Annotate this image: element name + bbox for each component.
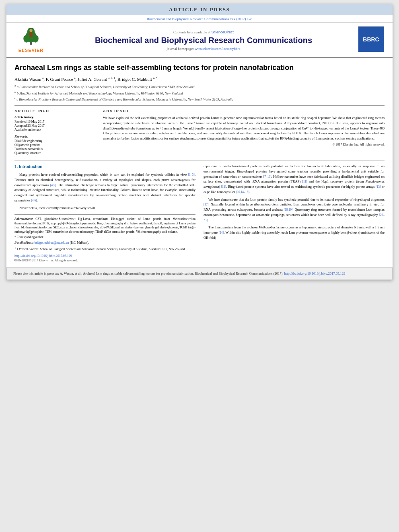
bbrc-logo: BBRC bbox=[358, 26, 384, 52]
issn-line: 0006-291X/© 2017 Elsevier Inc. All right… bbox=[14, 259, 195, 263]
journal-title-area: Contents lists available at ScienceDirec… bbox=[49, 30, 358, 51]
affil-b: b b MacDiarmid Institute for Advanced Ma… bbox=[14, 90, 385, 96]
svg-point-5 bbox=[29, 29, 33, 32]
received-date: Received 16 May 2017 bbox=[14, 120, 95, 123]
article-content: Archaeal Lsm rings as stable self-assemb… bbox=[6, 58, 393, 267]
journal-homepage-link[interactable]: www.elsevier.com/locate/ybbrc bbox=[195, 47, 240, 51]
available-date: Available online xxx bbox=[14, 128, 95, 131]
separator bbox=[14, 105, 385, 106]
elsevier-logo-area: ELSEVIER bbox=[13, 28, 49, 53]
journal-full-title: Biochemical and Biophysical Research Com… bbox=[53, 36, 354, 45]
author-mabbutt: Bridget C. Mabbutt bbox=[117, 77, 152, 82]
journal-header: ELSEVIER Contents lists available at Sci… bbox=[6, 23, 393, 58]
citation-doi-link[interactable]: http://dx.doi.org/10.1016/j.bbrc.2017.05… bbox=[284, 271, 346, 275]
abstract-body: We have exploited the self-assembling pr… bbox=[103, 115, 385, 141]
author-wason: Akshita Wason bbox=[14, 77, 41, 82]
present-address-note: 1 1 Present Address: School of Biologica… bbox=[14, 246, 195, 251]
article-history: Article history: Received 16 May 2017 Ac… bbox=[14, 115, 95, 131]
accepted-date: Accepted 23 May 2017 bbox=[14, 124, 95, 127]
body-left-col: 1. Introduction Many proteins have evolv… bbox=[14, 164, 195, 263]
info-abstract-section: ARTICLE INFO Article history: Received 1… bbox=[14, 109, 385, 155]
svg-point-2 bbox=[23, 35, 29, 42]
abstract-heading: ABSTRACT bbox=[103, 109, 385, 113]
keywords-block: Keywords: Disulfide engineering Oligomer… bbox=[14, 135, 95, 155]
doi-link[interactable]: http://dx.doi.org/10.1016/j.bbrc.2017.05… bbox=[14, 254, 195, 258]
affiliations-block: a a Biomolecular Interaction Centre and … bbox=[14, 84, 385, 102]
intro-para-1: Many proteins have evolved self-assembli… bbox=[14, 172, 195, 203]
sciencedirect-line: Contents lists available at ScienceDirec… bbox=[53, 30, 354, 34]
body-right-col: repertoire of well-characterized protein… bbox=[204, 164, 385, 263]
footnotes-area: Abbreviations: GST, glutathione-S-transf… bbox=[14, 214, 195, 263]
article-title: Archaeal Lsm rings as stable self-assemb… bbox=[14, 63, 385, 72]
email-note: E-mail address: bridget.mabbutt@mq.edu.a… bbox=[14, 241, 195, 245]
affil-a: a a Biomolecular Interaction Centre and … bbox=[14, 84, 385, 90]
keywords-label: Keywords: bbox=[14, 135, 95, 138]
right-para-1: repertoire of well-characterized protein… bbox=[204, 164, 385, 195]
right-para-3: The Lsmα protein from the archeon Methan… bbox=[204, 225, 385, 240]
author-gerrard: Juliet A. Gerrard bbox=[78, 77, 107, 82]
affil-c: c c Biomolecular Frontiers Research Cent… bbox=[14, 97, 385, 102]
article-info-col: ARTICLE INFO Article history: Received 1… bbox=[14, 109, 95, 155]
keyword-4: Quaternary structure bbox=[14, 151, 95, 155]
right-para-2: We here demonstrate that the Lsm protein… bbox=[204, 197, 385, 223]
svg-point-3 bbox=[33, 35, 39, 42]
svg-rect-6 bbox=[29, 32, 33, 37]
article-info-heading: ARTICLE INFO bbox=[14, 109, 95, 113]
corresponding-note: * Corresponding author. bbox=[14, 235, 195, 240]
bbrc-logo-area: BBRC bbox=[358, 26, 386, 54]
intro-para-2: Nevertheless, there currently remains a … bbox=[14, 205, 195, 211]
abstract-col: ABSTRACT We have exploited the self-asse… bbox=[103, 109, 385, 155]
elsevier-tree-icon bbox=[19, 28, 43, 46]
keyword-2: Oligomeric proteins bbox=[14, 143, 95, 147]
keyword-1: Disulfide engineering bbox=[14, 139, 95, 143]
abbreviations-text: GST, glutathione-S-transferase; Hg-Lsmα,… bbox=[14, 217, 195, 234]
journal-homepage-line: journal homepage: www.elsevier.com/locat… bbox=[53, 47, 354, 51]
authors-line: Akshita Wason a, F. Grant Pearce a, Juli… bbox=[14, 76, 385, 82]
article-in-press-banner: ARTICLE IN PRESS bbox=[6, 4, 393, 15]
email-link[interactable]: bridget.mabbutt@mq.edu.au bbox=[35, 241, 69, 244]
separator-2 bbox=[14, 160, 385, 160]
history-label: Article history: bbox=[14, 115, 95, 119]
intro-heading: 1. Introduction bbox=[14, 164, 195, 170]
keyword-3: Protein nanomaterials bbox=[14, 147, 95, 151]
citation-box: Please cite this article in press as: A.… bbox=[6, 267, 393, 280]
copyright-line: © 2017 Elsevier Inc. All rights reserved… bbox=[103, 143, 385, 146]
body-section: 1. Introduction Many proteins have evolv… bbox=[14, 164, 385, 263]
elsevier-brand-label: ELSEVIER bbox=[19, 48, 43, 53]
journal-reference-line: Biochemical and Biophysical Research Com… bbox=[6, 15, 393, 23]
abbreviations-note: Abbreviations: GST, glutathione-S-transf… bbox=[14, 217, 195, 234]
author-pearce: F. Grant Pearce bbox=[46, 77, 73, 82]
sciencedirect-link[interactable]: ScienceDirect bbox=[211, 30, 234, 34]
